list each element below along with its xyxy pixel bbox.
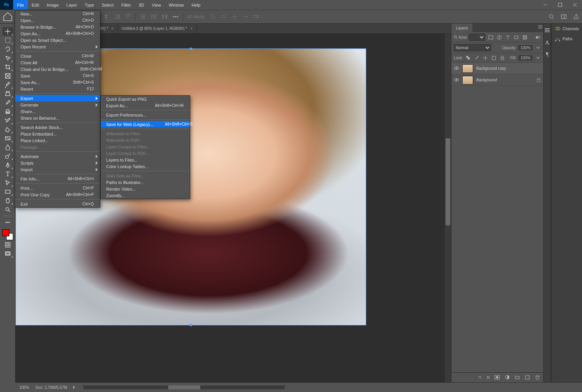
layer-mask-icon[interactable] <box>494 375 500 381</box>
delete-layer-icon[interactable] <box>535 375 540 381</box>
zoom-tool[interactable] <box>2 205 13 214</box>
menu-item[interactable]: Zoomify... <box>101 192 190 199</box>
menu-item[interactable]: Close AllAlt+Ctrl+W <box>15 59 100 66</box>
menu-item[interactable]: Layers to Files... <box>101 156 190 163</box>
menu-item[interactable]: Quick Export as PNG <box>101 96 190 102</box>
vertical-scrollbar[interactable] <box>445 34 451 382</box>
chevron-down-icon[interactable] <box>535 45 541 51</box>
pen-tool[interactable] <box>2 161 13 169</box>
lock-position-icon[interactable] <box>482 55 489 61</box>
clone-stamp-tool[interactable] <box>2 107 13 116</box>
brush-tool[interactable] <box>2 98 13 107</box>
crop-tool[interactable] <box>2 63 13 71</box>
3d-roll-icon[interactable] <box>220 13 227 20</box>
workspace-switcher-icon[interactable] <box>560 13 567 20</box>
filter-shape-icon[interactable] <box>513 34 519 40</box>
more-align-icon[interactable] <box>172 13 179 20</box>
properties-panel-icon[interactable] <box>544 27 551 34</box>
distribute-h-icon[interactable] <box>150 13 157 20</box>
eraser-tool[interactable] <box>2 125 13 134</box>
blur-tool[interactable] <box>2 143 13 151</box>
menu-filter[interactable]: Filter <box>117 0 134 10</box>
align-right-icon[interactable] <box>114 13 121 20</box>
healing-brush-tool[interactable] <box>2 89 13 98</box>
path-select-tool[interactable] <box>2 179 13 187</box>
close-icon[interactable]: × <box>190 26 193 31</box>
3d-pan-icon[interactable] <box>231 13 238 20</box>
eyedropper-tool[interactable] <box>2 81 13 89</box>
doc-size[interactable]: Doc: 2,78M/5,57M <box>36 385 67 390</box>
menu-item[interactable]: SaveCtrl+S <box>15 72 100 79</box>
layer-row[interactable]: Background copy <box>451 63 543 74</box>
lock-all-icon[interactable] <box>499 55 506 61</box>
marquee-tool[interactable] <box>2 36 13 45</box>
menu-select[interactable]: Select <box>98 0 118 10</box>
menu-item[interactable]: Open Recent <box>15 43 100 50</box>
menu-item[interactable]: Print One CopyAlt+Shift+Ctrl+P <box>15 191 100 198</box>
menu-item[interactable]: Import <box>15 166 100 173</box>
menu-type[interactable]: Type <box>81 0 98 10</box>
lasso-tool[interactable] <box>2 45 13 53</box>
layers-tab[interactable]: Layers <box>451 24 472 32</box>
adjustment-layer-icon[interactable] <box>505 375 510 381</box>
menu-item[interactable]: Scripts <box>15 160 100 166</box>
3d-orbit-icon[interactable] <box>209 13 216 20</box>
menu-item[interactable]: Open As...Alt+Shift+Ctrl+O <box>15 30 100 37</box>
home-icon[interactable] <box>2 12 13 21</box>
3d-camera-icon[interactable] <box>253 13 260 20</box>
menu-window[interactable]: Window <box>165 0 188 10</box>
filter-adjust-icon[interactable] <box>496 34 502 40</box>
menu-item[interactable]: Share... <box>15 108 100 115</box>
menu-item[interactable]: Automate <box>15 153 100 160</box>
menu-item[interactable]: Render Video... <box>101 186 190 192</box>
rectangle-tool[interactable] <box>2 187 13 196</box>
menu-item[interactable]: Paths to Illustrator... <box>101 179 190 186</box>
layer-name[interactable]: Background copy <box>476 66 506 70</box>
menu-item[interactable]: Place Linked... <box>15 137 100 144</box>
frame-tool[interactable] <box>2 72 13 80</box>
search-icon[interactable] <box>548 13 555 20</box>
layer-fx-icon[interactable]: fx <box>487 375 490 380</box>
menu-item[interactable]: File Info...Alt+Shift+Ctrl+I <box>15 175 100 182</box>
panel-menu-icon[interactable] <box>537 24 543 30</box>
menu-3d[interactable]: 3D <box>135 0 148 10</box>
menu-layer[interactable]: Layer <box>62 0 81 10</box>
distribute-spacing-icon[interactable] <box>161 13 168 20</box>
blend-mode-select[interactable]: Normal <box>454 44 491 51</box>
document-tab[interactable]: Untitled-3 @ 80% (Layer 1, RGB/8#) *× <box>118 24 197 33</box>
history-brush-tool[interactable] <box>2 116 13 125</box>
horizontal-scrollbar[interactable] <box>83 385 285 389</box>
menu-item[interactable]: Place Embedded... <box>15 131 100 137</box>
dodge-tool[interactable] <box>2 152 13 160</box>
window-maximize-button[interactable] <box>553 0 567 10</box>
menu-item[interactable]: Open as Smart Object... <box>15 37 100 43</box>
type-tool[interactable] <box>2 170 13 178</box>
quick-mask-icon[interactable] <box>2 241 13 249</box>
lock-brush-icon[interactable] <box>474 55 480 61</box>
menu-file[interactable]: File <box>13 0 28 10</box>
paths-panel-button[interactable]: Paths <box>552 34 582 44</box>
hand-tool[interactable] <box>2 196 13 205</box>
menu-item[interactable]: CloseCtrl+W <box>15 53 100 59</box>
quick-select-tool[interactable] <box>2 54 13 62</box>
distribute-v-icon[interactable] <box>139 13 146 20</box>
menu-item[interactable]: Print...Ctrl+P <box>15 185 100 191</box>
align-top-icon[interactable] <box>124 13 131 20</box>
filter-toggle-icon[interactable] <box>535 34 541 40</box>
3d-slide-icon[interactable] <box>242 13 249 20</box>
menu-item[interactable]: Save As...Shift+Ctrl+S <box>15 79 100 86</box>
status-chevron-icon[interactable] <box>73 386 75 389</box>
share-icon[interactable] <box>573 13 580 20</box>
menu-item[interactable]: Color Lookup Tables... <box>101 163 190 170</box>
menu-item[interactable]: Open...Ctrl+O <box>15 17 100 24</box>
menu-item[interactable]: ExitCtrl+Q <box>15 201 100 207</box>
lock-transparency-icon[interactable] <box>465 55 472 61</box>
menu-item[interactable]: Save for Web (Legacy)...Alt+Shift+Ctrl+S <box>101 121 190 127</box>
filter-type-icon[interactable] <box>505 34 511 40</box>
filter-pixel-icon[interactable] <box>487 34 494 40</box>
move-tool[interactable] <box>2 27 13 36</box>
layer-name[interactable]: Background <box>476 78 497 82</box>
menu-item[interactable]: Generate <box>15 101 100 108</box>
menu-help[interactable]: Help <box>188 0 205 10</box>
window-minimize-button[interactable] <box>538 0 553 10</box>
